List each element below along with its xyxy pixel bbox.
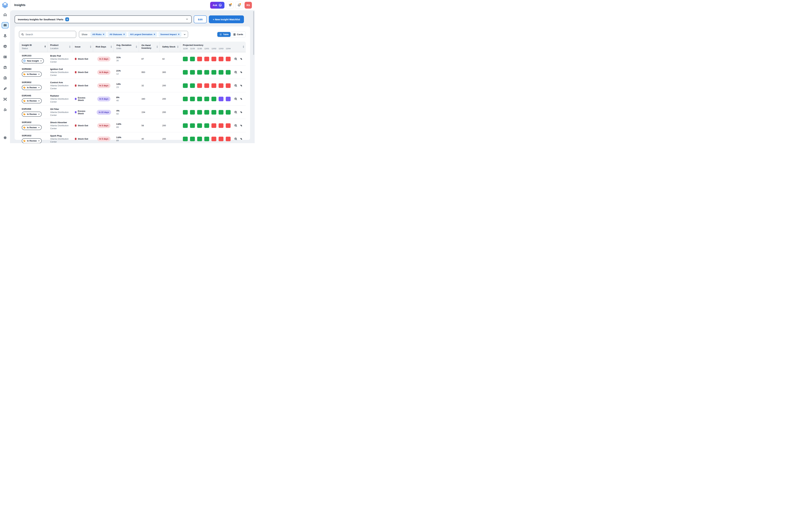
filter-chip-largest-deviation[interactable]: All Largest Deiviation✕ (128, 32, 157, 37)
sort-icon[interactable] (45, 46, 46, 48)
issue-cell: Excess Stock (72, 108, 93, 116)
projected-day-square (190, 57, 195, 61)
search-input[interactable] (26, 33, 74, 36)
sidebar-item-orders[interactable] (2, 54, 9, 60)
transfer-button[interactable] (240, 71, 243, 74)
projected-day-square (219, 123, 223, 128)
projected-day-square (219, 97, 223, 101)
explore-insight-button[interactable] (234, 84, 237, 87)
issue-bullet (75, 84, 77, 87)
clipboard-chart-icon (3, 66, 7, 69)
status-dropdown[interactable]: In Review (22, 138, 42, 143)
table-view-button[interactable]: Table (217, 32, 230, 37)
user-avatar[interactable]: RS (245, 2, 252, 9)
watchlist-select[interactable]: Inventory Insights for Southeast / Parts… (15, 16, 192, 23)
swap-arrows-icon (240, 137, 243, 140)
notifications-button[interactable] (235, 2, 243, 9)
edit-watchlist-button[interactable]: Edit (194, 16, 207, 23)
insight-id: SOR1333 (22, 54, 46, 57)
filters-chevron-down-icon[interactable] (184, 33, 186, 36)
sidebar-item-settings[interactable] (2, 134, 9, 141)
table-row: SOR3932 In Review Control Arm Atlanta Di… (19, 79, 246, 92)
remove-chip-icon[interactable]: ✕ (153, 33, 155, 35)
column-header-issue[interactable]: Issue (72, 42, 93, 52)
chevron-down-icon (186, 18, 188, 21)
remove-chip-icon[interactable]: ✕ (178, 33, 179, 35)
sort-icon[interactable] (111, 46, 112, 48)
projected-day-square (204, 57, 209, 61)
new-watchlist-button[interactable]: + New Insight Watchlist (209, 16, 244, 23)
chat-button[interactable] (226, 2, 233, 9)
column-header-projected[interactable]: Projected Inventory 11/2811/2911/3012/01… (180, 42, 246, 52)
column-header-safety-stock[interactable]: Safety Stock (160, 42, 180, 52)
column-header-product[interactable]: Product Location (48, 42, 72, 52)
chevron-down-icon (38, 126, 40, 129)
app-logo-icon[interactable] (2, 1, 8, 9)
remove-chip-icon[interactable]: ✕ (103, 33, 105, 35)
sidebar-item-network[interactable] (2, 96, 9, 102)
explore-insight-button[interactable] (234, 97, 237, 101)
status-dropdown[interactable]: In Review (22, 85, 42, 90)
projected-day-square (226, 70, 231, 75)
swap-arrows-icon (240, 97, 243, 101)
sort-icon[interactable] (69, 46, 71, 48)
status-dropdown[interactable]: New Insight (22, 58, 44, 63)
sort-icon[interactable] (177, 46, 178, 48)
transfer-button[interactable] (240, 110, 243, 114)
projected-day-square (183, 110, 188, 114)
filter-chip-all-risks[interactable]: All Risks✕ (90, 32, 106, 37)
cards-view-button[interactable]: Cards (231, 32, 245, 37)
projected-day-square (183, 123, 188, 128)
sidebar-item-home[interactable] (2, 11, 9, 18)
sort-icon[interactable] (136, 46, 137, 48)
sidebar-item-planning[interactable] (2, 75, 9, 81)
projected-day-square (197, 110, 202, 114)
deviation-cell: 3.8% 89 (114, 121, 139, 130)
on-hand-cell: 154 (139, 109, 160, 115)
explore-insight-button[interactable] (234, 137, 237, 140)
transfer-button[interactable] (240, 137, 243, 140)
ask-button[interactable]: Ask (210, 2, 224, 9)
pulse-search-icon (234, 137, 237, 140)
explore-insight-button[interactable] (234, 110, 237, 114)
vertical-scrollbar[interactable] (253, 11, 254, 55)
swap-arrows-icon (240, 57, 243, 61)
projected-day-square (226, 123, 231, 128)
sidebar-item-insights[interactable] (2, 22, 9, 28)
explore-insight-button[interactable] (234, 124, 237, 127)
status-dropdown[interactable]: In Review (22, 112, 42, 117)
sort-icon[interactable] (90, 46, 91, 48)
transfer-button[interactable] (240, 84, 243, 87)
projected-day-square (204, 83, 209, 88)
filter-chip-soonest-impact[interactable]: Soonest Impact✕ (159, 32, 181, 37)
sidebar-item-products[interactable] (2, 43, 9, 50)
sort-icon[interactable] (243, 46, 244, 48)
filter-chip-all-statuses[interactable]: All Statuses✕ (108, 32, 127, 37)
projected-day-square (212, 123, 216, 128)
transfer-button[interactable] (240, 57, 243, 61)
on-hand-cell: 340 (139, 96, 160, 102)
status-dropdown[interactable]: In Review (22, 125, 42, 130)
product-cell: Spark Plug Atlanta Distribution Center (48, 133, 72, 143)
transfer-button[interactable] (240, 97, 243, 101)
sidebar-item-locations[interactable] (2, 33, 9, 39)
remove-chip-icon[interactable]: ✕ (123, 33, 125, 35)
risk-days-badge: In 22 days (96, 110, 111, 115)
sidebar-item-reports[interactable] (2, 64, 9, 71)
column-header-risk-days[interactable]: Risk Days (93, 42, 114, 52)
status-dropdown[interactable]: In Review (22, 98, 42, 103)
transfer-button[interactable] (240, 124, 243, 127)
sort-icon[interactable] (157, 46, 158, 48)
sidebar-item-radar[interactable] (2, 107, 9, 113)
explore-insight-button[interactable] (234, 57, 237, 61)
column-header-insight-id[interactable]: Insight ID Status (19, 42, 48, 52)
projected-squares (183, 97, 231, 101)
column-header-on-hand[interactable]: On Hand Inventory (139, 42, 160, 52)
status-dropdown[interactable]: In Review (22, 72, 42, 77)
deviation-cell: 3.8% 89 (114, 134, 139, 143)
column-header-avg-deviation[interactable]: Avg. Deviation Units (114, 42, 139, 52)
projected-day-square (197, 57, 202, 61)
sidebar-item-sustainability[interactable] (2, 85, 9, 92)
product-cell: Ignition Coil Atlanta Distribution Cente… (48, 66, 72, 78)
explore-insight-button[interactable] (234, 71, 237, 74)
